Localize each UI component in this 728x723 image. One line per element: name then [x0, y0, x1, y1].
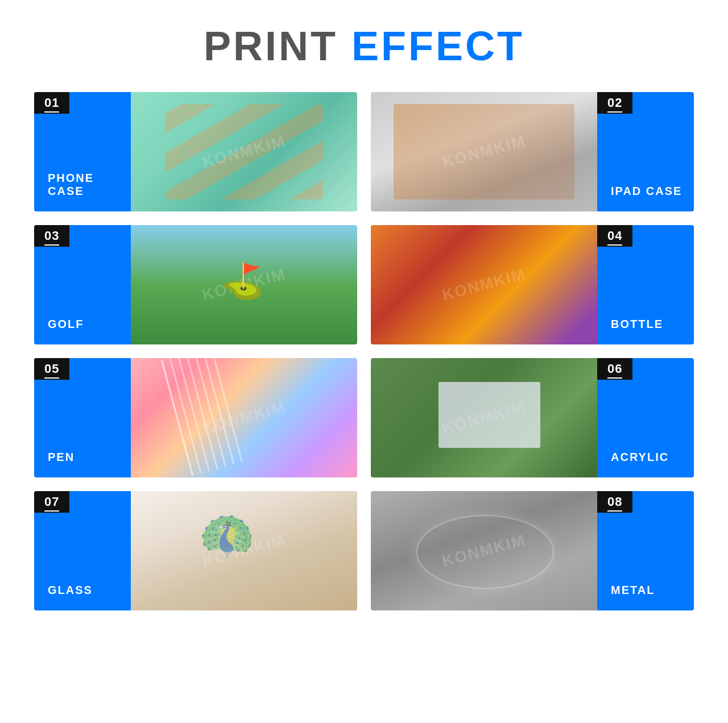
watermark: KONMKIM: [440, 398, 528, 438]
page-title: PRINT EFFECT: [204, 23, 524, 69]
card-06: KONMKIM 06 ACRYLIC: [371, 358, 694, 477]
card-label-section: 01 PHONE CASE: [34, 92, 131, 211]
watermark: KONMKIM: [440, 265, 528, 305]
card-label: PEN: [48, 451, 131, 464]
watermark: KONMKIM: [440, 132, 528, 172]
card-label: BOTTLE: [611, 318, 694, 331]
watermark: KONMKIM: [200, 265, 288, 305]
card-label-section: 08 METAL: [597, 491, 694, 610]
card-image: KONMKIM: [371, 92, 597, 211]
card-05: 05 PEN KONMKIM: [34, 358, 357, 477]
card-number-badge: 02: [597, 92, 632, 114]
watermark: KONMKIM: [440, 531, 528, 571]
card-label-section: 02 IPAD CASE: [597, 92, 694, 211]
card-label-section: 05 PEN: [34, 358, 131, 477]
title-plain: PRINT: [204, 23, 338, 69]
card-number-badge: 03: [34, 225, 69, 247]
card-03: 03 GOLF KONMKIM: [34, 225, 357, 344]
card-image: KONMKIM: [371, 491, 597, 610]
card-grid: 01 PHONE CASE KONMKIM KONMKIM 02 IPAD CA…: [34, 92, 694, 610]
card-label: GOLF: [48, 318, 131, 331]
card-01: 01 PHONE CASE KONMKIM: [34, 92, 357, 211]
card-label: ACRYLIC: [611, 451, 694, 464]
card-image: KONMKIM: [371, 225, 597, 344]
card-label: IPAD CASE: [611, 185, 694, 198]
card-image: KONMKIM: [371, 358, 597, 477]
card-label: PHONE CASE: [48, 172, 131, 198]
card-image: KONMKIM: [131, 491, 357, 610]
watermark: KONMKIM: [200, 531, 288, 571]
card-label: GLASS: [48, 584, 131, 597]
card-number-badge: 08: [597, 491, 632, 513]
card-label: METAL: [611, 584, 694, 597]
card-number-badge: 06: [597, 358, 632, 380]
card-08: KONMKIM 08 METAL: [371, 491, 694, 610]
card-image: KONMKIM: [131, 358, 357, 477]
card-number-badge: 04: [597, 225, 632, 247]
card-label-section: 04 BOTTLE: [597, 225, 694, 344]
card-label-section: 07 GLASS: [34, 491, 131, 610]
card-04: KONMKIM 04 BOTTLE: [371, 225, 694, 344]
card-image: KONMKIM: [131, 92, 357, 211]
card-number-badge: 05: [34, 358, 69, 380]
card-number-badge: 07: [34, 491, 69, 513]
card-label-section: 03 GOLF: [34, 225, 131, 344]
title-blue: EFFECT: [351, 23, 524, 69]
card-02: KONMKIM 02 IPAD CASE: [371, 92, 694, 211]
watermark: KONMKIM: [200, 132, 288, 172]
card-image: KONMKIM: [131, 225, 357, 344]
card-07: 07 GLASS KONMKIM: [34, 491, 357, 610]
card-number-badge: 01: [34, 92, 69, 114]
watermark: KONMKIM: [200, 398, 288, 438]
card-label-section: 06 ACRYLIC: [597, 358, 694, 477]
